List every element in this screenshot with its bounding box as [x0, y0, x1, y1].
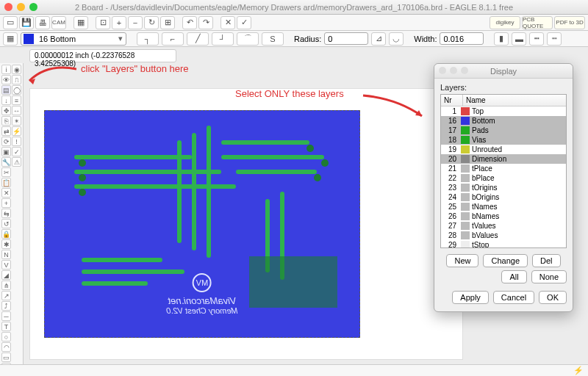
add-tool[interactable]: +	[1, 198, 11, 208]
mirror-tool[interactable]: ⇄	[1, 126, 11, 136]
layer-row[interactable]: 24bOrigins	[441, 192, 566, 202]
errors-tool[interactable]: ⚠	[12, 157, 21, 167]
layer-row[interactable]: 20Dimension	[441, 154, 566, 164]
arc-tool[interactable]: ◠	[1, 342, 11, 352]
layer-row[interactable]: 27tValues	[441, 221, 566, 231]
ratsnest-tool[interactable]: ✴	[12, 116, 21, 126]
text-tool[interactable]: T	[1, 322, 11, 331]
miter-round-button[interactable]: ◡	[389, 32, 404, 46]
zoom-in-button[interactable]: +	[112, 16, 126, 29]
wire-tool[interactable]: ─	[1, 311, 11, 321]
rect-tool[interactable]: ▭	[1, 352, 11, 362]
move-tool[interactable]: ✥	[1, 106, 11, 115]
split-tool[interactable]: ⋔	[1, 281, 11, 290]
zoom-select-button[interactable]: ⊞	[160, 16, 175, 29]
layer-row[interactable]: 19Unrouted	[441, 145, 566, 154]
digikey-button[interactable]: digikey	[490, 16, 520, 29]
layer-row[interactable]: 16Bottom	[441, 116, 566, 126]
del-button[interactable]: Del	[532, 254, 561, 267]
copy-tool[interactable]: ⎘	[1, 116, 11, 126]
layer-row[interactable]: 29tStop	[441, 240, 566, 248]
change-tool[interactable]: 🔧	[1, 157, 11, 167]
auto-tool[interactable]: ⚡	[12, 126, 21, 136]
layer-row[interactable]: 22bPlace	[441, 173, 566, 183]
none-button[interactable]: None	[531, 270, 567, 283]
schematic-button[interactable]: ▦	[74, 16, 88, 29]
open-button[interactable]: ▭	[3, 16, 18, 29]
change-button[interactable]: Change	[483, 254, 528, 267]
circle-tool[interactable]: ○	[1, 332, 11, 341]
layer-row[interactable]: 25tNames	[441, 202, 566, 212]
style-2[interactable]: ▬	[512, 32, 526, 46]
cancel-button[interactable]: ✕	[220, 16, 235, 29]
radius-input[interactable]: 0	[324, 32, 368, 45]
pdf-3d-button[interactable]: PDF to 3D	[554, 16, 585, 29]
minimize-icon[interactable]	[17, 3, 25, 11]
layer-row[interactable]: 21tPlace	[441, 164, 566, 173]
wire-bend-1[interactable]: ⌐	[162, 32, 184, 46]
width-input[interactable]: 0.016	[440, 32, 484, 45]
print-button[interactable]: 🖶	[35, 16, 50, 29]
miter-tool[interactable]: ◢	[1, 270, 11, 280]
save-button[interactable]: 💾	[19, 16, 34, 29]
ok-button[interactable]: OK	[539, 291, 567, 304]
cancel-button[interactable]: Cancel	[493, 291, 534, 304]
window-controls[interactable]	[4, 3, 37, 11]
drc-tool[interactable]: ✓	[12, 147, 21, 156]
info-tool[interactable]: i	[1, 65, 11, 74]
grid-button[interactable]: ▦	[3, 32, 18, 46]
zoom-fit-button[interactable]: ⊡	[96, 16, 110, 29]
style-4[interactable]: ┉	[547, 32, 562, 46]
rotate-tool[interactable]: ⟳	[1, 137, 11, 146]
delete-tool[interactable]: ✕	[1, 188, 11, 198]
miter-button[interactable]: ⊿	[371, 32, 386, 46]
replace-tool[interactable]: ↺	[1, 219, 11, 228]
wire-bend-0[interactable]: ┐	[137, 32, 159, 46]
layers-tool[interactable]: ▤	[1, 85, 11, 95]
name-tool[interactable]: N	[1, 250, 11, 259]
lock-tool[interactable]: 🔒	[1, 229, 11, 239]
coordinates-field[interactable]: 0.00000012 inch (-0.22376528 3.42525308)	[29, 49, 176, 62]
cam-button[interactable]: CAM	[51, 16, 66, 29]
layer-row[interactable]: 28bValues	[441, 231, 566, 240]
apply-button[interactable]: Apply	[452, 291, 489, 304]
pcb-board[interactable]: MV VivaMarconi.net Memory Chest V2.0	[44, 110, 360, 338]
group-tool[interactable]: ▣	[1, 147, 11, 156]
smash-tool[interactable]: ✱	[1, 239, 11, 249]
layer-row[interactable]: 17Pads	[441, 126, 566, 135]
undo-button[interactable]: ↶	[182, 16, 197, 29]
dialog-window-controls[interactable]	[439, 67, 468, 74]
hole-tool[interactable]: ◯	[12, 85, 21, 95]
wire-bend-5[interactable]: S	[262, 32, 284, 46]
mark-tool[interactable]: ↓	[1, 95, 11, 105]
show-tool[interactable]: 👁	[1, 75, 11, 84]
wire-bend-4[interactable]: ⌒	[237, 32, 259, 46]
layer-row[interactable]: 23tOrigins	[441, 183, 566, 192]
style-1[interactable]: ▮	[494, 32, 509, 46]
dimension-tool[interactable]: ↔	[12, 106, 21, 115]
signal-tool[interactable]: ⎍	[12, 75, 21, 84]
layer-row[interactable]: 1Top	[441, 106, 566, 116]
layer-list[interactable]: Nr Name 1Top16Bottom17Pads18Vias19Unrout…	[440, 94, 567, 248]
zoom-icon[interactable]	[29, 3, 37, 11]
route-tool[interactable]: ↗	[1, 291, 11, 300]
style-3[interactable]: ┅	[529, 32, 544, 46]
via-tool[interactable]: ◉	[12, 65, 21, 74]
wire-bend-3[interactable]: ┘	[212, 32, 234, 46]
layer-row[interactable]: 26bNames	[441, 212, 566, 221]
zoom-out-button[interactable]: −	[128, 16, 143, 29]
redraw-button[interactable]: ↻	[144, 16, 159, 29]
cut-tool[interactable]: ✂	[1, 167, 11, 177]
layer-select[interactable]: 16 Bottom ▾	[21, 32, 126, 46]
wire-bend-2[interactable]: ╱	[187, 32, 209, 46]
paste-tool[interactable]: 📋	[1, 178, 11, 187]
erc-tool[interactable]: !	[12, 137, 21, 146]
layer-row[interactable]: 18Vias	[441, 135, 566, 145]
ripup-tool[interactable]: ⤴	[1, 301, 11, 311]
pcb-quote-button[interactable]: PCB QUOTE	[522, 16, 553, 29]
close-icon[interactable]	[4, 3, 12, 11]
all-button[interactable]: All	[501, 270, 526, 283]
pinswap-tool[interactable]: ⇆	[1, 209, 11, 218]
value-tool[interactable]: V	[1, 260, 11, 270]
go-button[interactable]: ✓	[237, 16, 251, 29]
